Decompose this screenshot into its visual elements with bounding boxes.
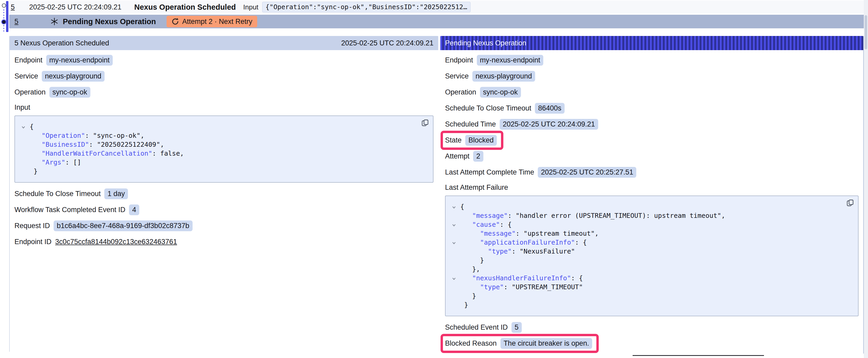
input-preview-chip: {"Operation":"sync-op-ok","BusinessID":"… — [262, 2, 471, 12]
code-text: "cause": { — [460, 220, 512, 229]
field-label: Blocked Reason — [445, 339, 497, 348]
field-row-schedule-to-close-timeout: Schedule To Close Timeout1 day — [14, 189, 433, 199]
field-content: Servicenexus-playground — [445, 71, 535, 82]
collapse-chevron-icon[interactable] — [451, 220, 460, 229]
field-label: Endpoint — [14, 56, 42, 64]
field-list: Scheduled Event ID5Blocked ReasonThe cir… — [445, 322, 859, 349]
field-content: Endpointmy-nexus-endpoint — [445, 55, 543, 66]
field-content: Endpointmy-nexus-endpoint — [14, 55, 113, 66]
field-row-endpoint-id: Endpoint ID3c0c75ccfa8144b092c13ce632463… — [14, 236, 433, 247]
retry-badge-label: Attempt 2 · Next Retry — [182, 18, 252, 26]
field-content: Endpoint ID3c0c75ccfa8144b092c13ce632463… — [14, 238, 177, 246]
field-row-service: Servicenexus-playground — [445, 71, 859, 82]
code-gutter — [21, 131, 30, 140]
field-value-link[interactable]: 3c0c75ccfa8144b092c13ce632463761 — [55, 238, 177, 246]
copy-icon[interactable] — [422, 119, 429, 127]
field-content: Servicenexus-playground — [14, 71, 104, 82]
field-content: Operationsync-op-ok — [14, 87, 90, 98]
field-row-state: StateBlocked — [445, 135, 859, 146]
bottom-divider — [632, 355, 764, 356]
collapse-chevron-icon[interactable] — [21, 122, 30, 131]
field-content: Schedule To Close Timeout86400s — [445, 103, 564, 113]
copy-icon[interactable] — [846, 199, 854, 206]
field-row-service: Servicenexus-playground — [14, 71, 433, 82]
field-value-chip: my-nexus-endpoint — [46, 55, 113, 66]
field-value-chip: 2025-02-25 UTC 20:25:27.51 — [538, 167, 636, 178]
field-value-chip: 2025-02-25 UTC 20:24:09.21 — [500, 119, 598, 130]
field-content: Request IDb1c6a4bc-8ee7-468a-9169-df3b02… — [14, 221, 192, 231]
code-gutter — [451, 283, 460, 292]
code-line: "applicationFailureInfo": { — [451, 238, 852, 247]
field-value-chip: Blocked — [465, 135, 497, 146]
field-row-scheduled-time: Scheduled Time2025-02-25 UTC 20:24:09.21 — [445, 119, 859, 130]
vertical-scrollbar[interactable] — [864, 0, 868, 358]
input-label: Input — [243, 3, 258, 11]
event-detail-panel-pending: Pending Nexus Operation Endpointmy-nexus… — [440, 36, 864, 354]
code-line: "nexusHandlerFailureInfo": { — [451, 274, 852, 283]
field-row-request-id: Request IDb1c6a4bc-8ee7-468a-9169-df3b02… — [14, 221, 433, 231]
code-line: } — [451, 292, 852, 300]
failure-json-viewer: { "message": "handler error (UPSTREAM_TI… — [445, 196, 859, 316]
event-id-link[interactable]: 5 — [11, 3, 22, 11]
field-label: Scheduled Event ID — [445, 323, 508, 331]
code-gutter — [451, 292, 460, 300]
code-line: } — [451, 256, 852, 265]
annotation-highlight-box: StateBlocked — [440, 131, 503, 150]
field-list: Schedule To Close Timeout1 dayWorkflow T… — [14, 189, 433, 247]
code-line: }, — [451, 265, 852, 274]
field-value-chip: my-nexus-endpoint — [477, 55, 544, 66]
failure-section-label: Last Attempt Failure — [445, 183, 859, 192]
code-line: "message": "handler error (UPSTREAM_TIME… — [451, 211, 852, 220]
code-gutter — [451, 247, 460, 256]
field-value-chip: The circuit breaker is open. — [500, 338, 592, 349]
field-row-attempt: Attempt2 — [445, 151, 859, 162]
field-label: Scheduled Time — [445, 120, 496, 128]
code-gutter — [451, 300, 460, 310]
code-line: "HandlerWaitForCancellation": false, — [21, 149, 427, 158]
collapse-chevron-icon[interactable] — [451, 202, 460, 211]
field-row-blocked-reason: Blocked ReasonThe circuit breaker is ope… — [445, 338, 859, 349]
asterisk-icon — [50, 17, 59, 26]
event-id-link[interactable]: 5 — [14, 18, 26, 26]
scrollbar-thumb[interactable] — [865, 15, 867, 50]
code-gutter — [451, 211, 460, 220]
timeline-connector — [3, 9, 4, 19]
retry-status-badge: Attempt 2 · Next Retry — [166, 16, 257, 27]
code-gutter — [451, 229, 460, 238]
code-line: } — [451, 300, 852, 310]
event-detail-panel-scheduled: 5 Nexus Operation Scheduled 2025-02-25 U… — [9, 36, 438, 352]
field-label: State — [445, 136, 462, 144]
code-text: "nexusHandlerFailureInfo": { — [460, 274, 583, 283]
field-label: Endpoint — [445, 56, 473, 64]
field-label: Schedule To Close Timeout — [445, 104, 531, 112]
event-row-pending-nexus-operation[interactable]: 5 Pending Nexus Operation Attempt 2 · Ne… — [9, 15, 864, 28]
event-row-nexus-operation-scheduled[interactable]: 5 2025-02-25 UTC 20:24:09.21 Nexus Opera… — [9, 1, 864, 14]
field-label: Service — [14, 72, 38, 80]
event-timestamp: 2025-02-25 UTC 20:24:09.21 — [29, 3, 134, 11]
code-text: "BusinessID": "20250225122409", — [30, 140, 164, 149]
panel-title: Pending Nexus Operation — [445, 39, 526, 47]
retry-icon — [171, 18, 179, 26]
field-list: Endpointmy-nexus-endpointServicenexus-pl… — [14, 55, 433, 98]
code-gutter — [21, 140, 30, 149]
collapse-chevron-icon[interactable] — [451, 274, 460, 283]
field-label: Operation — [14, 88, 46, 96]
field-value-chip: b1c6a4bc-8ee7-468a-9169-df3b02c8737b — [54, 221, 192, 231]
field-value-chip: 5 — [512, 322, 522, 333]
code-text: "applicationFailureInfo": { — [460, 238, 587, 247]
code-text: "Operation": "sync-op-ok", — [30, 131, 145, 140]
field-row-workflow-task-completed-event-id: Workflow Task Completed Event ID4 — [14, 204, 433, 215]
field-label: Attempt — [445, 152, 469, 160]
code-text: } — [30, 167, 37, 176]
code-line: "Args": [] — [21, 158, 427, 167]
event-title: Pending Nexus Operation — [63, 17, 156, 26]
field-content: Workflow Task Completed Event ID4 — [14, 204, 139, 215]
field-content: Operationsync-op-ok — [445, 87, 521, 98]
field-row-last-attempt-complete-time: Last Attempt Complete Time2025-02-25 UTC… — [445, 167, 859, 178]
collapse-chevron-icon[interactable] — [451, 238, 460, 247]
code-line: "type": "NexusFailure" — [451, 247, 852, 256]
field-label: Last Attempt Complete Time — [445, 168, 534, 176]
field-label: Service — [445, 72, 469, 80]
code-gutter — [21, 167, 30, 176]
code-gutter — [451, 256, 460, 265]
